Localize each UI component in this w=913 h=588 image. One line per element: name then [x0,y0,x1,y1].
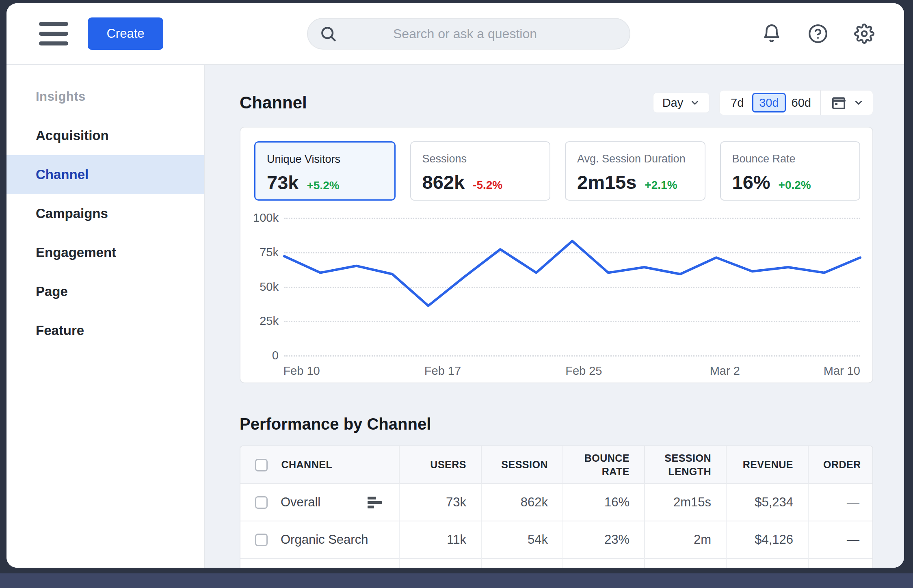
notifications-button[interactable] [761,23,782,44]
y-tick-label: 75k [260,245,279,259]
background-band [0,573,913,588]
x-tick-label: Mar 2 [710,364,740,378]
performance-table-panel: CHANNEL USERS SESSION BOUNCE RATE SESSIO… [240,445,873,568]
stat-cards: Unique Visitors 73k +5.2% Sessions 862k … [254,141,860,201]
stat-card-avg-session-duration[interactable]: Avg. Session Duration 2m15s +2.1% [565,141,705,201]
top-bar: Create [6,3,904,65]
cell-users: 11k [399,521,481,558]
y-tick-label: 25k [260,314,279,328]
granularity-label: Day [662,96,684,110]
stat-card-unique-visitors[interactable]: Unique Visitors 73k +5.2% [254,141,396,201]
cell-session: 862k [481,484,563,521]
table-row[interactable]: Organic Search 11k 54k 23% 2m $4,126 — [240,521,873,558]
topbar-actions [761,3,875,64]
stat-value: 862k [422,171,465,193]
cell-session-length: 2m15s [645,484,726,521]
sidebar-item-engagement[interactable]: Engagement [6,233,204,272]
calendar-icon [831,95,847,111]
column-header-session-length: SESSION LENGTH [645,446,726,484]
main-content: Channel Day 7d 30d 60d [205,65,904,568]
date-picker-button[interactable] [824,95,870,111]
cell-revenue: 9,352 [726,558,808,568]
column-header-revenue: REVENUE [726,446,808,484]
stat-delta: +0.2% [779,179,811,192]
cell-users: 9,352 [399,558,481,568]
summary-bars-icon [368,497,382,508]
column-header-channel: CHANNEL [281,459,332,470]
search-input[interactable] [337,19,630,49]
cell-order: 9,352 [808,558,873,568]
stat-value: 2m15s [577,171,636,193]
stat-delta: +5.2% [307,179,339,192]
sidebar-item-feature[interactable]: Feature [6,311,204,350]
stat-card-bounce-rate[interactable]: Bounce Rate 16% +0.2% [720,141,861,201]
select-all-checkbox[interactable] [255,459,268,471]
search-bar[interactable] [307,18,630,50]
help-icon [808,24,828,44]
stat-delta: +2.1% [645,179,677,192]
stat-card-sessions[interactable]: Sessions 862k -5.2% [410,141,551,201]
stat-label: Sessions [422,153,539,165]
row-checkbox[interactable] [255,496,268,509]
table-header-row: CHANNEL USERS SESSION BOUNCE RATE SESSIO… [240,446,873,484]
cell-users: 73k [399,484,481,521]
column-header-users: USERS [399,446,481,484]
cell-session: 9,352 [481,558,563,568]
performance-table: CHANNEL USERS SESSION BOUNCE RATE SESSIO… [240,446,873,568]
range-7d-button[interactable]: 7d [722,93,752,112]
table-row[interactable]: Overall 73k 862k 16% 2m15s $5,234 — [240,484,873,521]
granularity-dropdown[interactable]: Day [653,93,710,113]
sidebar-item-channel[interactable]: Channel [6,155,204,194]
range-60d-button[interactable]: 60d [786,93,817,112]
cell-bounce-rate: 16% [563,484,645,521]
column-header-session: SESSION [481,446,563,484]
cell-bounce-rate: 9,352 [563,558,645,568]
x-tick-label: Mar 10 [824,364,860,378]
column-header-bounce-rate: BOUNCE RATE [563,446,645,484]
app-window: Create [6,3,904,568]
sidebar-item-campaigns[interactable]: Campaigns [6,194,204,233]
sidebar-item-acquisition[interactable]: Acquisition [6,116,204,155]
cell-revenue: $4,126 [726,521,808,558]
row-checkbox[interactable] [255,534,268,546]
hamburger-menu-icon[interactable] [39,22,68,45]
chevron-down-icon [853,97,864,108]
sidebar-item-page[interactable]: Page [6,272,204,311]
performance-section-title: Performance by Channel [240,415,873,433]
range-toggle-group: 7d 30d 60d [719,90,873,115]
date-controls: Day 7d 30d 60d [653,90,873,115]
page-title: Channel [240,93,307,112]
cell-session: 54k [481,521,563,558]
line-chart: 100k 75k 50k 25k 0 [254,218,860,355]
sidebar-section-insights: Insights [6,77,204,116]
settings-button[interactable] [854,23,875,44]
channel-name: Overall [281,495,320,510]
table-row[interactable]: Overall 9,352 9,352 9,352 9,352 9,352 9,… [240,558,873,568]
x-tick-label: Feb 10 [283,364,320,378]
line-chart-path [284,241,860,306]
stat-delta: -5.2% [473,179,502,192]
x-tick-label: Feb 25 [565,364,602,378]
help-button[interactable] [807,23,829,44]
create-button[interactable]: Create [88,17,163,50]
stat-label: Unique Visitors [267,153,383,166]
sidebar: Insights Acquisition Channel Campaigns E… [6,65,205,568]
cell-session-length: 2m [645,521,726,558]
chevron-down-icon [690,97,700,108]
channel-chart-panel: Unique Visitors 73k +5.2% Sessions 862k … [240,127,873,383]
y-axis: 100k 75k 50k 25k 0 [254,218,284,355]
stat-label: Avg. Session Duration [577,153,693,165]
y-tick-label: 100k [253,211,279,225]
cell-session-length: 9,352 [645,558,726,568]
channel-name: Organic Search [281,532,368,547]
cell-bounce-rate: 23% [563,521,645,558]
gear-icon [854,24,874,44]
stat-value: 16% [732,171,770,193]
cell-order: — [808,521,873,558]
range-30d-button[interactable]: 30d [752,93,785,112]
cell-order: — [808,484,873,521]
x-axis: Feb 10 Feb 17 Feb 25 Mar 2 Mar 10 [284,355,860,384]
divider [820,90,821,115]
y-tick-label: 0 [272,349,279,362]
line-chart-svg [284,218,860,355]
